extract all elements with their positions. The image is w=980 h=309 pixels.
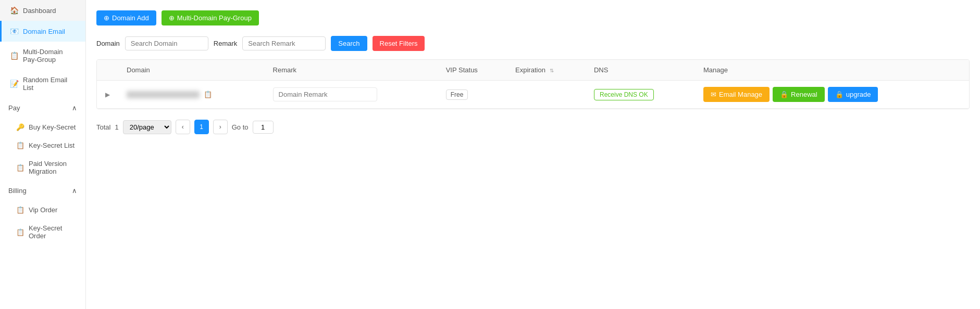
- sidebar-item-key-secret-list[interactable]: 📋 Key-Secret List: [0, 136, 85, 154]
- reset-filters-button[interactable]: Reset Filters: [373, 36, 425, 51]
- random-email-icon: 📝: [10, 80, 19, 88]
- goto-label: Go to: [232, 123, 249, 131]
- envelope-icon: ✉: [711, 91, 716, 98]
- sidebar-item-label: Pay: [8, 104, 20, 112]
- sidebar-item-dashboard[interactable]: 🏠 Dashboard: [0, 0, 85, 21]
- table-header: Domain Remark VIP Status Expiration ⇅: [97, 60, 969, 81]
- sidebar: 🏠 Dashboard 📧 Domain Email 📋 Multi-Domai…: [0, 0, 86, 309]
- remark-filter-label: Remark: [214, 40, 238, 47]
- expand-row-button[interactable]: ▶: [105, 91, 110, 98]
- pagination: Total 1 20/page 50/page 100/page ‹ 1 › G…: [96, 120, 970, 134]
- dns-status-badge: Receive DNS OK: [594, 89, 654, 100]
- key-order-icon: 📋: [16, 228, 24, 236]
- prev-icon: ‹: [182, 123, 184, 131]
- sidebar-item-random-email[interactable]: 📝 Random Email List: [0, 70, 85, 98]
- next-icon: ›: [219, 123, 221, 131]
- migration-icon: 📋: [16, 164, 24, 172]
- dns-cell: Receive DNS OK: [586, 81, 695, 109]
- sidebar-item-buy-key-secret[interactable]: 🔑 Buy Key-Secret: [0, 118, 85, 136]
- domain-table-wrapper: Domain Remark VIP Status Expiration ⇅: [96, 59, 970, 109]
- main-content-area: ⊕ Domain Add ⊕ Multi-Domain Pay-Group Do…: [86, 0, 980, 309]
- vip-status-badge: Free: [446, 89, 468, 100]
- sidebar-item-paid-version[interactable]: 📋 Paid Version Migration: [0, 154, 85, 181]
- sidebar-group-billing[interactable]: Billing ∧: [0, 181, 85, 201]
- col-manage: Manage: [695, 60, 969, 81]
- table-scroll[interactable]: Domain Remark VIP Status Expiration ⇅: [97, 60, 969, 109]
- remark-search-input[interactable]: [242, 36, 326, 50]
- sidebar-item-label: Multi-Domain Pay-Group: [23, 48, 77, 63]
- domain-filter-label: Domain: [96, 40, 120, 47]
- domain-add-icon: ⊕: [104, 14, 109, 22]
- goto-page-input[interactable]: [253, 121, 274, 134]
- sidebar-item-label: Dashboard: [23, 7, 56, 15]
- col-expand: [97, 60, 118, 81]
- page-content: ⊕ Domain Add ⊕ Multi-Domain Pay-Group Do…: [86, 0, 980, 309]
- col-dns: DNS: [586, 60, 695, 81]
- chevron-up-icon: ∧: [72, 104, 77, 112]
- total-label: Total: [96, 123, 110, 131]
- table-row: ▶ 📋 F: [97, 81, 969, 109]
- sidebar-item-vip-order[interactable]: 📋 Vip Order: [0, 201, 85, 219]
- email-manage-button[interactable]: ✉ Email Manage: [703, 87, 770, 102]
- sidebar-item-label: Billing: [8, 187, 27, 195]
- vip-order-icon: 📋: [16, 206, 24, 214]
- domain-add-button[interactable]: ⊕ Domain Add: [96, 10, 156, 25]
- search-button[interactable]: Search: [331, 36, 367, 51]
- total-count: 1: [115, 123, 118, 131]
- expiration-cell: [507, 81, 586, 109]
- multi-domain-pay-button[interactable]: ⊕ Multi-Domain Pay-Group: [162, 10, 259, 25]
- sort-icon: ⇅: [550, 68, 554, 73]
- prev-page-button[interactable]: ‹: [176, 120, 190, 134]
- sidebar-item-label: Key-Secret Order: [29, 224, 77, 240]
- list-icon: 📋: [16, 141, 24, 149]
- remark-cell: [265, 81, 438, 109]
- domain-table: Domain Remark VIP Status Expiration ⇅: [97, 60, 969, 109]
- expand-cell: ▶: [97, 81, 118, 109]
- filter-bar: Domain Remark Search Reset Filters: [96, 36, 970, 51]
- upgrade-icon: 🔒: [835, 91, 843, 98]
- domain-email-icon: 📧: [10, 27, 19, 35]
- manage-cell: ✉ Email Manage 🔒 Renewal 🔒: [695, 81, 969, 109]
- dashboard-icon: 🏠: [10, 6, 19, 15]
- sidebar-item-label: Random Email List: [23, 76, 77, 92]
- sidebar-item-label: Paid Version Migration: [29, 160, 77, 175]
- chevron-up-icon: ∧: [72, 187, 77, 195]
- page-number: 1: [200, 123, 203, 131]
- renewal-button[interactable]: 🔒 Renewal: [773, 87, 825, 102]
- col-remark: Remark: [265, 60, 438, 81]
- table-body: ▶ 📋 F: [97, 81, 969, 109]
- sidebar-item-key-secret-order[interactable]: 📋 Key-Secret Order: [0, 219, 85, 245]
- sidebar-group-pay[interactable]: Pay ∧: [0, 98, 85, 118]
- sidebar-item-label: Key-Secret List: [29, 141, 75, 149]
- renewal-icon: 🔒: [780, 91, 788, 98]
- key-icon: 🔑: [16, 123, 24, 131]
- page-1-button[interactable]: 1: [194, 120, 209, 134]
- col-domain: Domain: [118, 60, 265, 81]
- domain-search-input[interactable]: [125, 36, 208, 50]
- vip-status-cell: Free: [438, 81, 507, 109]
- multi-domain-pay-icon: ⊕: [169, 14, 175, 22]
- sidebar-item-label: Buy Key-Secret: [29, 123, 76, 131]
- upgrade-button[interactable]: 🔒 upgrade: [828, 87, 878, 102]
- next-page-button[interactable]: ›: [213, 120, 228, 134]
- sidebar-item-multi-domain[interactable]: 📋 Multi-Domain Pay-Group: [0, 42, 85, 70]
- domain-blurred-value: [127, 91, 200, 98]
- per-page-select[interactable]: 20/page 50/page 100/page: [123, 120, 171, 134]
- sidebar-item-label: Vip Order: [29, 206, 57, 214]
- multi-domain-icon: 📋: [10, 52, 19, 60]
- domain-cell: 📋: [118, 81, 265, 109]
- toolbar: ⊕ Domain Add ⊕ Multi-Domain Pay-Group: [96, 10, 970, 25]
- col-vip-status: VIP Status: [438, 60, 507, 81]
- sidebar-item-label: Domain Email: [23, 28, 65, 35]
- copy-icon[interactable]: 📋: [204, 91, 212, 98]
- col-expiration: Expiration ⇅: [507, 60, 586, 81]
- sidebar-item-domain-email[interactable]: 📧 Domain Email: [0, 21, 85, 42]
- remark-input[interactable]: [273, 87, 377, 101]
